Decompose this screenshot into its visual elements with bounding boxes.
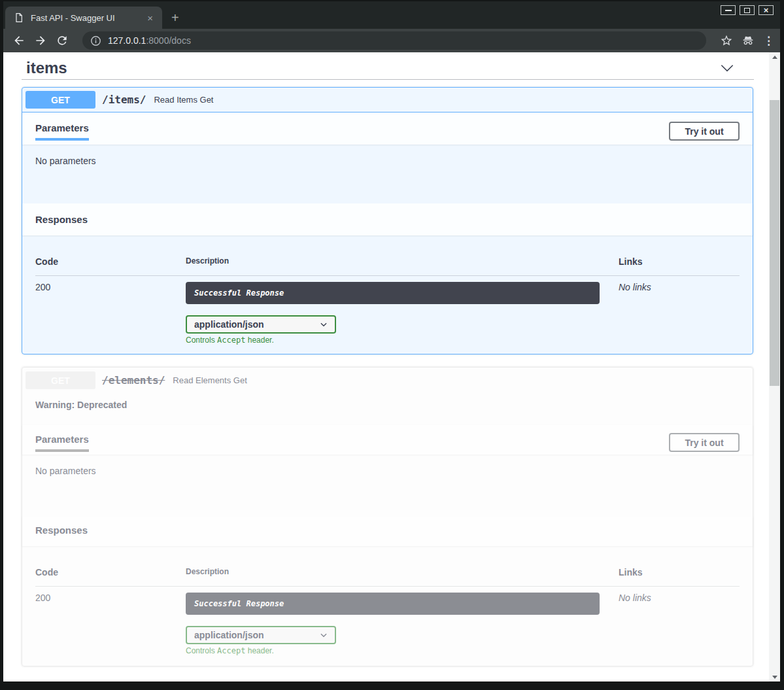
tab-strip: Fast API - Swagger UI × + × [3, 1, 780, 29]
tab-close-icon[interactable]: × [145, 13, 156, 23]
url-host: 127.0.0.1 [108, 35, 146, 46]
close-icon: × [764, 6, 769, 14]
minimize-button[interactable] [721, 5, 736, 15]
column-header-description: Description [186, 256, 619, 267]
chevron-down-icon[interactable] [719, 60, 736, 77]
response-row: 200 Successful Response application/json [35, 587, 740, 655]
scroll-up-arrow[interactable] [769, 52, 780, 61]
back-icon[interactable] [12, 34, 26, 47]
media-type-select[interactable]: application/json [186, 626, 336, 644]
media-type-value: application/json [194, 319, 264, 330]
accept-header-note: Controls Accept header. [186, 646, 619, 655]
endpoint-summary[interactable]: GET /items/ Read Items Get [22, 88, 753, 112]
method-badge: GET [26, 91, 95, 109]
parameters-header: Parameters Try it out [22, 425, 753, 455]
responses-table: Code Description Links 200 Successful Re… [22, 235, 753, 354]
address-bar[interactable]: 127.0.0.1:8000/docs [82, 31, 706, 50]
endpoint-description: Read Elements Get [173, 375, 247, 385]
select-chevron-icon [319, 320, 328, 329]
incognito-icon[interactable] [741, 34, 755, 47]
column-header-code: Code [35, 567, 186, 578]
endpoint-path: /items/ [102, 94, 146, 106]
no-links-text: No links [619, 593, 740, 655]
no-links-text: No links [619, 282, 740, 345]
reload-icon[interactable] [56, 34, 69, 47]
column-header-description: Description [186, 567, 619, 578]
responses-header: Responses [22, 517, 753, 546]
tag-section-header[interactable]: items [22, 57, 754, 80]
url-path: :8000/docs [146, 35, 191, 46]
column-header-code: Code [35, 256, 186, 267]
status-code: 200 [35, 593, 186, 655]
column-header-links: Links [619, 256, 740, 267]
endpoint-get-items: GET /items/ Read Items Get Parameters Tr… [22, 87, 753, 354]
response-description-box: Successful Response [186, 593, 600, 615]
select-chevron-icon [319, 630, 328, 640]
no-parameters-text: No parameters [22, 455, 753, 517]
maximize-icon [744, 8, 750, 13]
responses-heading: Responses [35, 214, 88, 225]
method-badge: GET [26, 371, 95, 389]
tag-title: items [26, 59, 67, 77]
column-header-links: Links [619, 567, 740, 578]
bookmark-star-icon[interactable] [720, 34, 733, 47]
browser-window: Fast API - Swagger UI × + × 127.0.0.1:80… [0, 0, 784, 690]
menu-icon[interactable]: ⋮ [763, 34, 771, 48]
try-it-out-button[interactable]: Try it out [669, 433, 740, 452]
browser-tab[interactable]: Fast API - Swagger UI × [5, 7, 162, 29]
maximize-button[interactable] [740, 5, 755, 15]
status-code: 200 [35, 282, 186, 345]
tab-parameters[interactable]: Parameters [35, 434, 89, 452]
responses-table: Code Description Links 200 Successful Re… [22, 546, 753, 666]
tab-title: Fast API - Swagger UI [31, 13, 145, 23]
scrollbar-track[interactable] [769, 61, 780, 672]
responses-heading: Responses [35, 525, 88, 536]
page-content: items GET /items/ Read Items Get Paramet… [3, 52, 780, 681]
endpoint-get-elements-deprecated: GET /elements/ Read Elements Get Warning… [22, 367, 753, 666]
browser-toolbar: 127.0.0.1:8000/docs ⋮ [3, 29, 780, 52]
media-type-select[interactable]: application/json [186, 315, 336, 334]
scroll-down-arrow[interactable] [769, 672, 780, 681]
no-parameters-text: No parameters [22, 145, 753, 203]
parameters-header: Parameters Try it out [22, 112, 753, 145]
response-row: 200 Successful Response application/json… [35, 276, 740, 345]
document-icon [14, 12, 24, 23]
swagger-page: items GET /items/ Read Items Get Paramet… [3, 52, 769, 681]
endpoint-summary[interactable]: GET /elements/ Read Elements Get [22, 368, 753, 393]
close-button[interactable]: × [758, 5, 774, 15]
window-controls: × [721, 5, 774, 15]
new-tab-button[interactable]: + [171, 11, 179, 24]
endpoint-path: /elements/ [102, 374, 165, 387]
tab-parameters[interactable]: Parameters [35, 122, 89, 141]
scrollbar-thumb[interactable] [770, 100, 779, 386]
responses-header: Responses [22, 203, 753, 235]
try-it-out-button[interactable]: Try it out [669, 122, 740, 141]
forward-icon[interactable] [34, 34, 47, 47]
endpoint-description: Read Items Get [154, 95, 213, 105]
accept-header-note: Controls Accept header. [186, 336, 619, 345]
scrollbar[interactable] [769, 52, 780, 681]
response-description-box: Successful Response [186, 282, 600, 304]
info-icon[interactable] [90, 35, 101, 46]
minimize-icon [725, 10, 732, 11]
deprecated-warning: Warning: Deprecated [22, 393, 753, 425]
media-type-value: application/json [194, 630, 264, 640]
